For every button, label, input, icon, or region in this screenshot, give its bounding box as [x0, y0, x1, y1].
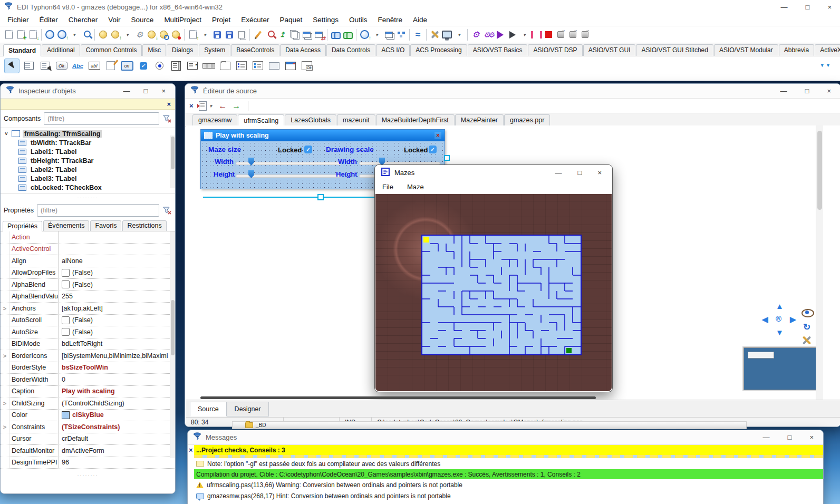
- palette-tab-activex[interactable]: ActiveX: [815, 44, 840, 56]
- mazes-app-window[interactable]: Mazes — □ × File Maze: [374, 164, 613, 392]
- pause-icon[interactable]: [530, 28, 543, 41]
- tmainmenu-icon[interactable]: [22, 59, 36, 73]
- expand-arrow-icon[interactable]: >: [1, 350, 9, 362]
- minimize-icon[interactable]: —: [780, 88, 787, 94]
- property-value[interactable]: (TSizeConstraints): [59, 421, 175, 433]
- navigate-back-icon[interactable]: [218, 101, 227, 111]
- step-into-icon[interactable]: [555, 28, 567, 41]
- maximize-icon[interactable]: □: [788, 434, 792, 441]
- palette-tab-asiovstgui[interactable]: ASIO/VST GUI: [583, 44, 636, 56]
- open-recent-icon[interactable]: [56, 28, 68, 41]
- open-unit-icon[interactable]: [97, 28, 109, 41]
- property-row[interactable]: AlphaBlend(False): [1, 279, 175, 291]
- grid-scrollbar[interactable]: [171, 300, 175, 355]
- checkbox-unchecked[interactable]: [62, 316, 70, 324]
- navigate-forward-icon[interactable]: [232, 101, 240, 111]
- find-file-icon[interactable]: [80, 28, 92, 41]
- open-project-icon[interactable]: [109, 28, 121, 41]
- dock-close-icon[interactable]: ×: [167, 100, 171, 108]
- horizontal-scrollbar[interactable]: [200, 396, 596, 399]
- build-icon[interactable]: [482, 28, 494, 41]
- property-row[interactable]: AutoScroll(False): [1, 315, 175, 327]
- tree-item[interactable]: ˅frmScaling: TfrmScaling: [1, 129, 175, 138]
- editor-tab-mazepainter[interactable]: MazePainter: [455, 114, 504, 126]
- save-icon[interactable]: [211, 28, 223, 41]
- property-value[interactable]: [59, 231, 175, 243]
- tree-scrollbar[interactable]: [171, 137, 175, 169]
- checkbox-unchecked[interactable]: [62, 328, 70, 336]
- form-designer-surface[interactable]: Play with scaling × Maze size Locked ✓ W…: [186, 125, 840, 400]
- property-value[interactable]: Play with scaling: [59, 386, 175, 398]
- minimize-icon[interactable]: —: [555, 169, 562, 176]
- nudge-down-icon[interactable]: ▼: [776, 328, 784, 336]
- expand-arrow-icon[interactable]: >: [1, 398, 9, 409]
- menu-item-fichier[interactable]: Fichier: [2, 15, 34, 25]
- tree-item[interactable]: Label2: TLabel: [1, 165, 175, 174]
- splitter-handle[interactable]: ········: [1, 194, 175, 201]
- properties-filter-input[interactable]: (filtre): [37, 204, 159, 217]
- form-preview-thumbnail[interactable]: [744, 347, 816, 390]
- tradiobutton-icon[interactable]: [152, 59, 167, 73]
- palette-tab-dataaccess[interactable]: Data Access: [280, 44, 326, 56]
- find-in-files-icon[interactable]: [330, 28, 342, 41]
- message-row[interactable]: ...Project checks, Conseils : 3: [194, 445, 823, 455]
- checkbox-unchecked[interactable]: [62, 280, 70, 288]
- open-project-caret-icon[interactable]: [121, 28, 133, 41]
- tab-designer[interactable]: Designer: [227, 402, 269, 416]
- property-row[interactable]: >BorderIcons[biSystemMenu,biMinimize,biM…: [1, 350, 175, 362]
- property-value[interactable]: clSkyBlue: [59, 410, 175, 421]
- editor-titlebar[interactable]: Éditeur de source — □ ×: [185, 84, 840, 99]
- property-value[interactable]: crDefault: [59, 433, 175, 445]
- mazes-titlebar[interactable]: Mazes — □ ×: [375, 165, 612, 180]
- property-value[interactable]: alNone: [59, 255, 175, 267]
- property-value[interactable]: [biSystemMenu,biMinimize,biMaximi: [59, 350, 175, 362]
- palette-tab-acsprocessing[interactable]: ACS Processing: [410, 44, 467, 56]
- menu-item-chercher[interactable]: Chercher: [63, 15, 103, 25]
- copy-icon[interactable]: [235, 28, 247, 41]
- new-unit-icon[interactable]: [3, 28, 15, 41]
- palette-tab-datacontrols[interactable]: Data Controls: [326, 44, 375, 56]
- maximize-icon[interactable]: □: [805, 88, 809, 94]
- property-value[interactable]: bdLeftToRight: [59, 338, 175, 350]
- stop-icon[interactable]: [543, 28, 555, 41]
- menu-item-excuter[interactable]: Exécuter: [236, 15, 274, 25]
- filter-funnel-icon[interactable]: [162, 114, 172, 123]
- find-next-icon[interactable]: [342, 28, 354, 41]
- property-value[interactable]: dmActiveForm: [59, 445, 175, 457]
- designed-form-titlebar[interactable]: Play with scaling ×: [201, 130, 445, 141]
- property-row[interactable]: DesignTimePPI96: [1, 457, 175, 469]
- property-row[interactable]: >Anchors[akTop,akLeft]: [1, 303, 175, 315]
- palette-tab-dialogs[interactable]: Dialogs: [167, 44, 198, 56]
- property-row[interactable]: AllowDropFiles(False): [1, 267, 175, 279]
- close-icon[interactable]: ×: [597, 169, 602, 176]
- menu-item-projet[interactable]: Projet: [207, 15, 236, 25]
- inspector-tab-vnements[interactable]: Événements: [43, 220, 89, 231]
- menu-item-fentre[interactable]: Fenêtre: [373, 15, 408, 25]
- window-list-icon[interactable]: [301, 28, 313, 41]
- editor-tab-mazeunit[interactable]: mazeunit: [337, 114, 375, 126]
- save-all-icon[interactable]: [223, 28, 235, 41]
- property-value[interactable]: 96: [59, 457, 175, 469]
- run-parameters-icon[interactable]: [470, 28, 482, 41]
- inspector-tab-restrictions[interactable]: Restrictions: [122, 220, 166, 231]
- filter-funnel-icon[interactable]: [162, 206, 172, 215]
- property-value[interactable]: 255: [59, 291, 175, 303]
- property-row[interactable]: CaptionPlay with scaling: [1, 386, 175, 398]
- tree-item[interactable]: Label3: TLabel: [1, 174, 175, 183]
- property-row[interactable]: ActiveControl: [1, 244, 175, 256]
- close-icon[interactable]: ×: [827, 88, 831, 94]
- save-unit-icon[interactable]: [187, 28, 199, 41]
- nudge-left-icon[interactable]: ◀: [762, 315, 768, 323]
- edit-icon[interactable]: [252, 28, 264, 41]
- close-icon[interactable]: ×: [827, 4, 832, 11]
- selection-resize-handle[interactable]: [444, 155, 450, 161]
- inspector-tab-proprits[interactable]: Propriétés: [3, 221, 42, 231]
- editor-tab-gmazesppr[interactable]: gmazes.ppr: [504, 114, 550, 126]
- property-value[interactable]: (TControlChildSizing): [59, 398, 175, 409]
- open-recent-caret-icon[interactable]: [68, 28, 80, 41]
- tools-icon[interactable]: [802, 335, 812, 345]
- vertical-scrollbar[interactable]: [816, 125, 823, 400]
- palette-tab-asiovstdsp[interactable]: ASIO/VST DSP: [528, 44, 582, 56]
- run-without-debug-icon[interactable]: [506, 28, 518, 41]
- property-row[interactable]: AlignalNone: [1, 255, 175, 267]
